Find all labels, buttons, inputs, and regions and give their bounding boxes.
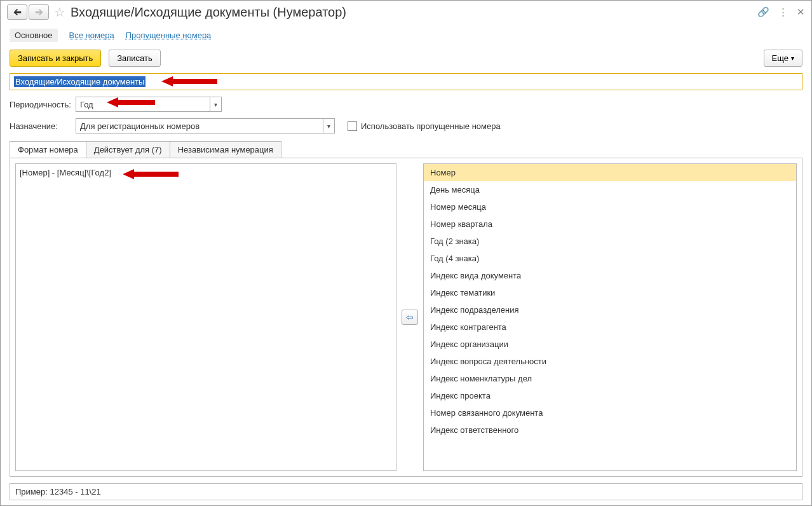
- svg-marker-1: [107, 97, 155, 107]
- arrow-left-icon: 🡰: [13, 8, 22, 17]
- token-item[interactable]: Индекс номенклатуры дел: [424, 370, 796, 387]
- arrow-right-icon: 🡲: [35, 8, 43, 17]
- chevron-down-icon[interactable]: ▾: [323, 119, 334, 133]
- purpose-label: Назначение:: [10, 121, 72, 131]
- use-skipped-checkbox[interactable]: [348, 121, 357, 131]
- token-item[interactable]: Индекс тематики: [424, 284, 796, 301]
- period-label: Периодичность:: [10, 100, 72, 109]
- tab-all-numbers[interactable]: Все номера: [69, 31, 114, 40]
- save-button[interactable]: Записать: [109, 50, 161, 67]
- use-skipped-label: Использовать пропущенные номера: [361, 121, 501, 131]
- link-icon[interactable]: 🔗: [757, 6, 769, 18]
- period-select[interactable]: Год ▾: [76, 97, 222, 112]
- insert-token-button[interactable]: ⇦: [402, 310, 418, 325]
- chevron-down-icon: ▾: [791, 55, 794, 62]
- close-icon[interactable]: ✕: [797, 6, 805, 18]
- token-item[interactable]: Индекс организации: [424, 336, 796, 353]
- svg-marker-0: [161, 76, 217, 86]
- token-item[interactable]: Индекс ответственного: [424, 421, 796, 439]
- kebab-menu-icon[interactable]: ⋮: [778, 6, 788, 18]
- subtab-applies-to[interactable]: Действует для (7): [86, 141, 170, 158]
- token-item[interactable]: Индекс контрагента: [424, 318, 796, 336]
- token-item[interactable]: Индекс проекта: [424, 387, 796, 404]
- token-item[interactable]: Индекс вопроса деятельности: [424, 353, 796, 370]
- save-and-close-button[interactable]: Записать и закрыть: [10, 50, 101, 67]
- token-item[interactable]: Год (2 знака): [424, 233, 796, 250]
- token-list[interactable]: НомерДень месяцаНомер месяцаНомер кварта…: [423, 163, 797, 471]
- favorite-star-icon[interactable]: ☆: [53, 5, 67, 19]
- svg-marker-2: [123, 169, 179, 179]
- purpose-select[interactable]: Для регистрационных номеров ▾: [76, 118, 335, 133]
- token-item[interactable]: Номер квартала: [424, 215, 796, 233]
- token-item[interactable]: Номер: [424, 164, 796, 181]
- window-title: Входящие/Исходящие документы (Нумератор): [71, 5, 754, 20]
- arrow-left-icon: ⇦: [406, 312, 414, 322]
- token-item[interactable]: Год (4 знака): [424, 250, 796, 267]
- subtab-independent[interactable]: Независимая нумерация: [170, 141, 281, 158]
- token-item[interactable]: Номер месяца: [424, 198, 796, 215]
- example-output: Пример: 12345 - 11\21: [10, 483, 802, 500]
- token-item[interactable]: Номер связанного документа: [424, 404, 796, 421]
- tab-main[interactable]: Основное: [10, 29, 58, 42]
- annotation-arrow-icon: [161, 75, 219, 88]
- name-field-container: Входящие/Исходящие документы: [10, 73, 802, 90]
- subtab-format[interactable]: Формат номера: [10, 141, 86, 158]
- annotation-arrow-icon: [107, 96, 156, 109]
- format-textarea[interactable]: [Номер] - [Месяц]\[Год2]: [15, 163, 396, 471]
- token-item[interactable]: День месяца: [424, 181, 796, 198]
- annotation-arrow-icon: [123, 168, 180, 181]
- nav-back-button[interactable]: 🡰: [7, 4, 27, 20]
- nav-forward-button[interactable]: 🡲: [29, 4, 49, 20]
- tab-skipped-numbers[interactable]: Пропущенные номера: [126, 31, 212, 40]
- chevron-down-icon[interactable]: ▾: [210, 97, 221, 111]
- token-item[interactable]: Индекс подразделения: [424, 301, 796, 318]
- name-input[interactable]: Входящие/Исходящие документы: [10, 74, 802, 90]
- more-button[interactable]: Еще ▾: [764, 50, 802, 67]
- token-item[interactable]: Индекс вида документа: [424, 267, 796, 284]
